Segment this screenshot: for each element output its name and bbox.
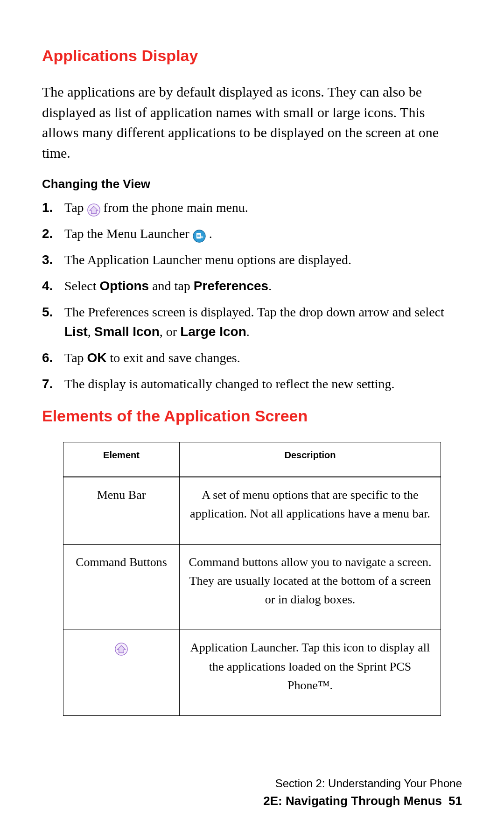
table-row: Command Buttons Command buttons allow yo… xyxy=(63,544,441,630)
text: Select xyxy=(64,279,99,293)
cell-element-icon xyxy=(63,630,180,716)
text: The Preferences screen is displayed. Tap… xyxy=(64,305,444,319)
text: , or xyxy=(160,324,180,339)
cell-description: Application Launcher. Tap this icon to d… xyxy=(180,630,441,716)
bold: OK xyxy=(87,350,107,365)
page-footer: Section 2: Understanding Your Phone 2E: … xyxy=(263,775,462,810)
step-1: Tap from the phone main menu. xyxy=(42,198,462,217)
subheading-changing-view: Changing the View xyxy=(42,177,462,191)
step-4: Select Options and tap Preferences. xyxy=(42,276,462,296)
step-3: The Application Launcher menu options ar… xyxy=(42,250,462,270)
menu-launcher-icon xyxy=(193,229,206,242)
intro-paragraph: The applications are by default displaye… xyxy=(42,82,462,163)
step-5: The Preferences screen is displayed. Tap… xyxy=(42,302,462,342)
bold: Preferences xyxy=(194,279,268,293)
page-number: 51 xyxy=(448,794,462,808)
step-2: Tap the Menu Launcher . xyxy=(42,224,462,244)
home-icon xyxy=(115,643,128,656)
cell-element: Command Buttons xyxy=(63,544,180,630)
text: . xyxy=(268,279,272,293)
th-element: Element xyxy=(63,442,180,477)
text: Tap the Menu Launcher xyxy=(64,226,193,241)
text: Tap xyxy=(64,350,87,365)
bold: List xyxy=(64,324,88,339)
elements-table: Element Description Menu Bar A set of me… xyxy=(63,442,441,716)
text: . xyxy=(246,324,250,339)
steps-list: Tap from the phone main menu. Tap the Me… xyxy=(42,198,462,394)
table-row: Application Launcher. Tap this icon to d… xyxy=(63,630,441,716)
text: to exit and save changes. xyxy=(107,350,240,365)
bold: Options xyxy=(99,279,149,293)
th-description: Description xyxy=(180,442,441,477)
bold: Small Icon xyxy=(94,324,160,339)
text: Tap xyxy=(64,200,87,215)
text: and tap xyxy=(149,279,194,293)
footer-chapter: 2E: Navigating Through Menus xyxy=(263,794,442,808)
bold: Large Icon xyxy=(180,324,246,339)
step-6: Tap OK to exit and save changes. xyxy=(42,348,462,368)
home-icon xyxy=(87,203,100,216)
table-header-row: Element Description xyxy=(63,442,441,477)
cell-element: Menu Bar xyxy=(63,477,180,545)
svg-rect-2 xyxy=(196,233,201,238)
heading-elements: Elements of the Application Screen xyxy=(42,407,462,425)
cell-description: A set of menu options that are specific … xyxy=(180,477,441,545)
table-row: Menu Bar A set of menu options that are … xyxy=(63,477,441,545)
text: . xyxy=(209,226,212,241)
footer-section: Section 2: Understanding Your Phone xyxy=(263,775,462,792)
cell-description: Command buttons allow you to navigate a … xyxy=(180,544,441,630)
heading-applications-display: Applications Display xyxy=(42,47,462,65)
text: , xyxy=(88,324,94,339)
text: from the phone main menu. xyxy=(104,200,248,215)
document-page: Applications Display The applications ar… xyxy=(0,0,504,840)
step-7: The display is automatically changed to … xyxy=(42,374,462,394)
